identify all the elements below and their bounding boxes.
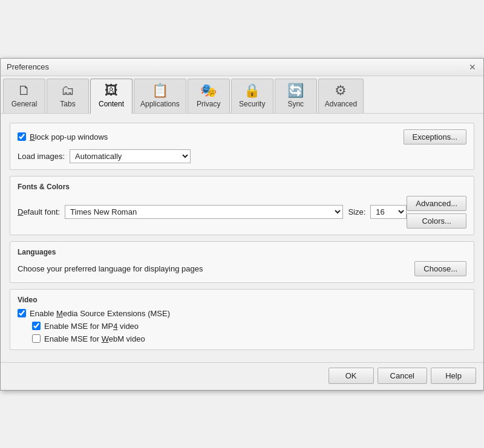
tab-security-label: Security	[239, 100, 265, 108]
content-icon	[105, 83, 118, 99]
block-popup-text: Block pop-up windows	[30, 132, 108, 141]
tab-general[interactable]: General	[3, 79, 45, 113]
mp4-label[interactable]: Enable MSE for MP4 video	[32, 322, 139, 331]
mse-checkbox[interactable]	[18, 309, 26, 317]
sync-icon	[287, 83, 304, 99]
general-icon	[18, 83, 31, 99]
load-images-select[interactable]: Automatically Always Never	[70, 149, 191, 163]
font-select[interactable]: Times New Roman Arial Helvetica Georgia	[65, 205, 343, 219]
mse-text: Enable Media Source Extensions (MSE)	[30, 309, 170, 318]
cancel-button[interactable]: Cancel	[378, 368, 427, 384]
fonts-colors-section: Fonts & Colors Default font: Times New R…	[10, 176, 474, 235]
size-select[interactable]: 8 9 10 11 12 14 16 18 20 24 36	[370, 205, 407, 219]
close-button[interactable]: ✕	[468, 62, 477, 72]
tab-privacy-label: Privacy	[197, 100, 220, 108]
default-font-label: Default font:	[18, 207, 60, 216]
languages-section: Languages Choose your preferred language…	[10, 241, 474, 283]
tab-content-label: Content	[99, 100, 124, 108]
privacy-icon	[200, 83, 217, 99]
tab-applications[interactable]: Applications	[134, 79, 186, 113]
tab-advanced[interactable]: Advanced	[318, 79, 364, 113]
fonts-colors-title: Fonts & Colors	[18, 183, 466, 191]
help-button[interactable]: Help	[431, 368, 476, 384]
window-title: Preferences	[7, 62, 49, 71]
tab-security[interactable]: Security	[231, 79, 273, 113]
block-popup-checkbox[interactable]	[18, 132, 26, 141]
mp4-text: Enable MSE for MP4 video	[44, 322, 139, 331]
popup-images-section: Block pop-up windows Exceptions... Load …	[10, 123, 474, 170]
languages-row: Choose your preferred language for displ…	[18, 261, 466, 276]
dialog-footer: OK Cancel Help	[1, 362, 483, 390]
tab-general-label: General	[11, 100, 38, 108]
tab-bar: General Tabs Content Applications Privac…	[1, 76, 483, 114]
tab-sync-label: Sync	[287, 100, 304, 108]
choose-language-button[interactable]: Choose...	[414, 261, 466, 276]
video-section: Video Enable Media Source Extensions (MS…	[10, 289, 474, 350]
block-popup-label[interactable]: Block pop-up windows	[18, 132, 108, 141]
webm-label[interactable]: Enable MSE for WebM video	[32, 334, 145, 343]
load-images-row: Load images: Automatically Always Never	[18, 149, 466, 163]
webm-checkbox[interactable]	[32, 334, 41, 343]
languages-description: Choose your preferred language for displ…	[18, 264, 203, 273]
tab-content[interactable]: Content	[90, 79, 132, 114]
content-panel: Block pop-up windows Exceptions... Load …	[1, 114, 483, 362]
exceptions-button[interactable]: Exceptions...	[404, 129, 466, 144]
video-title: Video	[18, 296, 466, 304]
colors-button[interactable]: Colors...	[407, 213, 466, 229]
mp4-row: Enable MSE for MP4 video	[32, 322, 466, 331]
tab-advanced-label: Advanced	[325, 100, 357, 108]
tab-sync[interactable]: Sync	[275, 79, 317, 113]
languages-title: Languages	[18, 248, 466, 256]
mse-label[interactable]: Enable Media Source Extensions (MSE)	[18, 309, 170, 318]
tabs-icon	[61, 83, 74, 99]
applications-icon	[152, 83, 168, 99]
advanced-font-button[interactable]: Advanced...	[407, 196, 466, 211]
advanced-icon	[335, 83, 347, 99]
preferences-window: Preferences ✕ General Tabs Content Appli…	[0, 58, 484, 391]
tab-applications-label: Applications	[140, 100, 180, 108]
title-bar: Preferences ✕	[1, 59, 483, 76]
tab-privacy[interactable]: Privacy	[188, 79, 230, 113]
tab-tabs-label: Tabs	[60, 100, 75, 108]
mp4-checkbox[interactable]	[32, 322, 41, 330]
security-icon	[244, 83, 260, 99]
size-label: Size:	[348, 207, 365, 216]
webm-text: Enable MSE for WebM video	[44, 334, 145, 343]
fonts-row: Default font: Times New Roman Arial Helv…	[18, 205, 407, 219]
load-images-label: Load images:	[18, 152, 65, 161]
fonts-colors-buttons: Advanced... Colors...	[407, 196, 466, 229]
webm-row: Enable MSE for WebM video	[32, 334, 466, 343]
tab-tabs[interactable]: Tabs	[47, 79, 89, 113]
mse-row: Enable Media Source Extensions (MSE)	[18, 309, 466, 318]
block-popup-row: Block pop-up windows Exceptions...	[18, 129, 466, 144]
ok-button[interactable]: OK	[329, 368, 374, 384]
